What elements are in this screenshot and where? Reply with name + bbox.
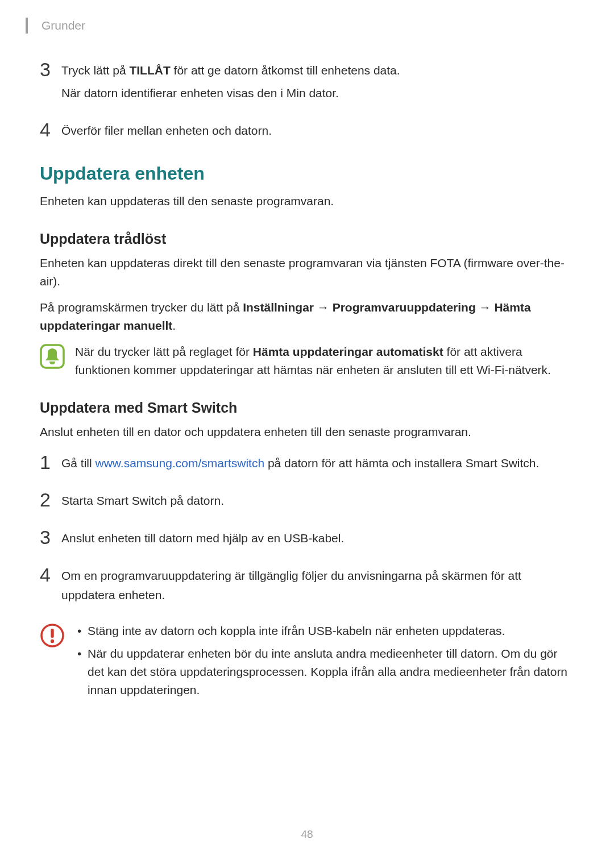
step-number: 4: [40, 120, 61, 139]
note-body: När du trycker lätt på reglaget för Hämt…: [75, 343, 574, 379]
step-number: 3: [40, 528, 61, 547]
subheading-smart-switch: Uppdatera med Smart Switch: [40, 400, 574, 416]
smart-switch-steps: 1 Gå till www.samsung.com/smartswitch på…: [40, 452, 574, 608]
step-number: 4: [40, 565, 61, 584]
subheading-wireless-update: Uppdatera trådlöst: [40, 231, 574, 247]
warning-callout: Stäng inte av datorn och koppla inte ifr…: [40, 622, 574, 704]
step-text-bold: TILLÅT: [129, 64, 170, 77]
note-text-bold: Hämta uppdateringar automatiskt: [253, 345, 443, 358]
step-body: Om en programvaruuppdatering är tillgäng…: [61, 565, 574, 608]
page-number: 48: [0, 828, 614, 841]
warning-item: Stäng inte av datorn och koppla inte ifr…: [75, 622, 574, 640]
step-body: Anslut enheten till datorn med hjälp av …: [61, 528, 574, 551]
note-icon: [40, 344, 65, 369]
page-header-tab: Grunder: [26, 17, 614, 34]
header-accent-line: [26, 18, 28, 34]
page-container: Grunder 3 Tryck lätt på TILLÅT för att g…: [0, 0, 614, 868]
svg-point-3: [51, 639, 54, 643]
text-bold: Programvaruuppdatering: [333, 301, 476, 314]
warning-body: Stäng inte av datorn och koppla inte ifr…: [75, 622, 574, 704]
step-text: Tryck lätt på: [61, 64, 129, 77]
step-text-secondary: När datorn identifierar enheten visas de…: [61, 84, 574, 103]
ss-step-4: 4 Om en programvaruuppdatering är tillgä…: [40, 565, 574, 608]
paragraph: Enheten kan uppdateras direkt till den s…: [40, 254, 574, 290]
step-body: Tryck lätt på TILLÅT för att ge datorn å…: [61, 60, 574, 106]
step-4: 4 Överför filer mellan enheten och dator…: [40, 120, 574, 144]
section-heading-update-device: Uppdatera enheten: [40, 163, 574, 184]
smartswitch-link[interactable]: www.samsung.com/smartswitch: [96, 456, 265, 470]
page-content: 3 Tryck lätt på TILLÅT för att ge datorn…: [0, 34, 614, 704]
text-bold: Inställningar: [243, 301, 314, 314]
paragraph: Anslut enheten till en dator och uppdate…: [40, 423, 574, 441]
svg-rect-2: [51, 629, 53, 638]
step-text: Överför filer mellan enheten och datorn.: [61, 121, 574, 140]
step-body: Överför filer mellan enheten och datorn.: [61, 120, 574, 144]
step-body: Gå till www.samsung.com/smartswitch på d…: [61, 452, 574, 476]
step-number: 1: [40, 452, 61, 472]
ss-step-1: 1 Gå till www.samsung.com/smartswitch på…: [40, 452, 574, 476]
section-intro: Enheten kan uppdateras till den senaste …: [40, 192, 574, 210]
step-text: Om en programvaruuppdatering är tillgäng…: [61, 566, 574, 605]
step-text: Starta Smart Switch på datorn.: [61, 491, 574, 510]
warning-icon: [40, 623, 65, 648]
step-body: Starta Smart Switch på datorn.: [61, 490, 574, 514]
ss-step-2: 2 Starta Smart Switch på datorn.: [40, 490, 574, 514]
arrow-text: →: [314, 301, 333, 314]
note-callout: När du trycker lätt på reglaget för Hämt…: [40, 343, 574, 379]
warning-item: När du uppdaterar enheten bör du inte an…: [75, 645, 574, 699]
step-text: på datorn för att hämta och installera S…: [264, 456, 539, 470]
paragraph: På programskärmen trycker du lätt på Ins…: [40, 298, 574, 335]
text: .: [172, 319, 176, 332]
note-text: När du trycker lätt på reglaget för: [75, 345, 253, 358]
step-text: Anslut enheten till datorn med hjälp av …: [61, 529, 574, 548]
step-3: 3 Tryck lätt på TILLÅT för att ge datorn…: [40, 60, 574, 106]
step-text: för att ge datorn åtkomst till enhetens …: [171, 64, 400, 77]
step-number: 3: [40, 60, 61, 79]
step-text: Gå till: [61, 456, 96, 470]
ss-step-3: 3 Anslut enheten till datorn med hjälp a…: [40, 528, 574, 551]
text: På programskärmen trycker du lätt på: [40, 301, 243, 314]
step-number: 2: [40, 490, 61, 509]
warning-list: Stäng inte av datorn och koppla inte ifr…: [75, 622, 574, 699]
arrow-text: →: [476, 301, 495, 314]
header-section-label: Grunder: [42, 19, 85, 32]
